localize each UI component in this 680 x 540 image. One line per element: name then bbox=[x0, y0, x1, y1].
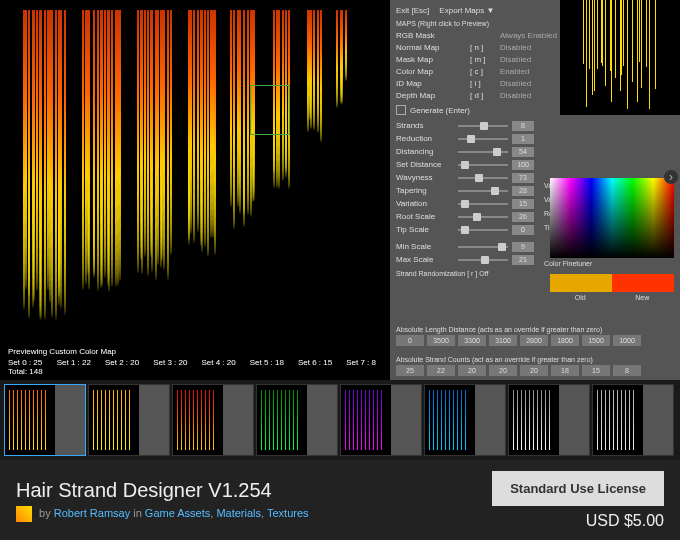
abs-cnt-input[interactable]: 20 bbox=[520, 365, 548, 376]
avatar bbox=[16, 506, 32, 522]
abs-len-input[interactable]: 1000 bbox=[613, 335, 641, 346]
price: USD $5.00 bbox=[492, 512, 664, 530]
slider-strands[interactable]: Strands8 bbox=[396, 119, 674, 132]
abs-cnt-input[interactable]: 15 bbox=[582, 365, 610, 376]
category-link[interactable]: Materials bbox=[216, 506, 261, 518]
new-color-swatch bbox=[612, 274, 674, 292]
exit-button[interactable]: Exit [Esc] bbox=[396, 6, 429, 15]
category-link[interactable]: Game Assets bbox=[145, 506, 210, 518]
generate-button[interactable]: Generate (Enter) bbox=[396, 105, 470, 115]
thumbnail[interactable] bbox=[424, 384, 506, 456]
set-label: Set 2 : 20 bbox=[105, 358, 139, 376]
thumbnail[interactable] bbox=[508, 384, 590, 456]
set-label: Set 7 : 8 bbox=[346, 358, 376, 376]
abs-len-input[interactable]: 2800 bbox=[520, 335, 548, 346]
old-color-swatch bbox=[550, 274, 612, 292]
settings-panel: × Exit [Esc] Export Maps ▼ MAPS (Right c… bbox=[390, 0, 680, 380]
panel-preview bbox=[560, 0, 680, 115]
product-footer: Hair Strand Designer V1.254 by Robert Ra… bbox=[0, 460, 680, 540]
abs-cnt-input[interactable]: 18 bbox=[551, 365, 579, 376]
thumbnail[interactable] bbox=[340, 384, 422, 456]
abs-cnt-label: Absolute Strand Counts (act as an overri… bbox=[396, 356, 674, 363]
selection-box[interactable] bbox=[250, 85, 290, 135]
abs-cnt-input[interactable]: 25 bbox=[396, 365, 424, 376]
abs-len-label: Absolute Length Distance (acts as an ove… bbox=[396, 326, 674, 333]
abs-len-input[interactable]: 3300 bbox=[458, 335, 486, 346]
thumbnail[interactable] bbox=[256, 384, 338, 456]
set-label: Set 1 : 22 bbox=[57, 358, 91, 376]
category-link[interactable]: Textures bbox=[267, 506, 309, 518]
color-picker[interactable] bbox=[550, 178, 674, 258]
thumbnail[interactable] bbox=[172, 384, 254, 456]
set-label: Set 4 : 20 bbox=[201, 358, 235, 376]
grid-icon bbox=[396, 105, 406, 115]
thumbnail[interactable] bbox=[592, 384, 674, 456]
preview-viewport[interactable]: Previewing Custom Color Map Set 0 : 25To… bbox=[0, 0, 390, 380]
abs-cnt-input[interactable]: 8 bbox=[613, 365, 641, 376]
abs-len-input[interactable]: 1500 bbox=[582, 335, 610, 346]
abs-len-input[interactable]: 1800 bbox=[551, 335, 579, 346]
finetuner-label: Color Finetuner bbox=[544, 260, 592, 267]
license-button[interactable]: Standard Use License bbox=[492, 471, 664, 506]
author-link[interactable]: Robert Ramsay bbox=[54, 506, 130, 518]
set-label: Set 6 : 15 bbox=[298, 358, 332, 376]
byline: by Robert Ramsay in Game Assets, Materia… bbox=[16, 506, 309, 522]
abs-cnt-input[interactable]: 20 bbox=[489, 365, 517, 376]
abs-cnt-input[interactable]: 20 bbox=[458, 365, 486, 376]
thumbnail[interactable] bbox=[4, 384, 86, 456]
slider-reduction[interactable]: Reduction1 bbox=[396, 132, 674, 145]
abs-len-input[interactable]: 0 bbox=[396, 335, 424, 346]
thumbnail[interactable] bbox=[88, 384, 170, 456]
expand-icon[interactable]: › bbox=[664, 170, 678, 184]
abs-cnt-input[interactable]: 22 bbox=[427, 365, 455, 376]
slider-set-distance[interactable]: Set Distance100 bbox=[396, 158, 674, 171]
abs-len-input[interactable]: 3500 bbox=[427, 335, 455, 346]
set-label: Set 3 : 20 bbox=[153, 358, 187, 376]
slider-distancing[interactable]: Distancing54 bbox=[396, 145, 674, 158]
product-title: Hair Strand Designer V1.254 bbox=[16, 479, 309, 502]
export-button[interactable]: Export Maps ▼ bbox=[439, 6, 494, 15]
preview-label: Previewing Custom Color Map bbox=[8, 347, 116, 356]
thumbnail-strip bbox=[0, 380, 680, 460]
set-label: Set 5 : 18 bbox=[250, 358, 284, 376]
abs-len-input[interactable]: 3100 bbox=[489, 335, 517, 346]
